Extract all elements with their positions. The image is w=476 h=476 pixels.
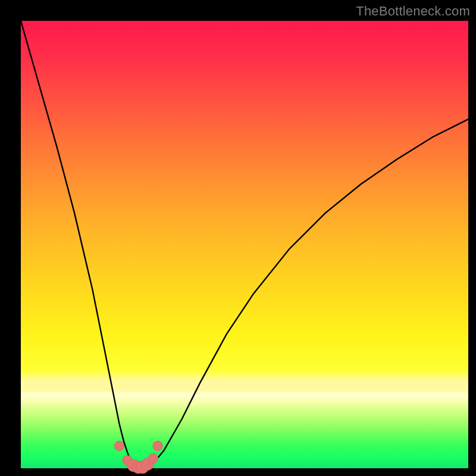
curve-layer [21, 21, 468, 468]
plot-area [21, 21, 468, 468]
chart-frame: TheBottleneck.com [0, 0, 476, 476]
curve-marker [153, 441, 163, 451]
curve-marker [114, 441, 124, 451]
curve-markers [114, 441, 162, 474]
watermark-text: TheBottleneck.com [356, 4, 470, 19]
bottleneck-curve [21, 21, 468, 468]
curve-marker [148, 453, 158, 464]
